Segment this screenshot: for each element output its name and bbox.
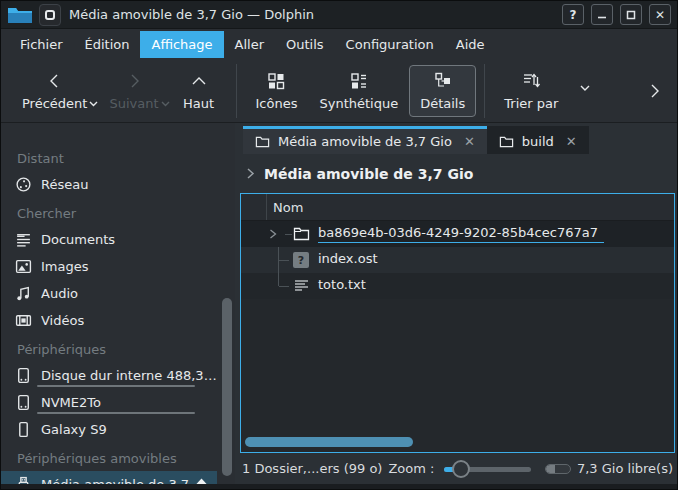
icons-view-label: Icônes bbox=[256, 96, 298, 111]
window-menu-button[interactable] bbox=[39, 4, 61, 26]
smartphone-icon bbox=[15, 421, 32, 438]
file-name[interactable]: index.ost bbox=[318, 251, 378, 266]
text-file-icon bbox=[293, 278, 310, 294]
tab-label: build bbox=[522, 134, 554, 149]
free-space-label: 7,3 Gio libre(s) bbox=[577, 461, 673, 476]
sidebar-item-label: Images bbox=[41, 259, 89, 274]
expander-chevron-icon[interactable] bbox=[268, 228, 278, 240]
menu-aide[interactable]: Aide bbox=[445, 31, 496, 58]
chevron-down-icon bbox=[161, 101, 170, 107]
eject-icon[interactable] bbox=[194, 477, 209, 484]
menu-edition[interactable]: Édition bbox=[74, 31, 141, 58]
toolbar-overflow-chevron-icon[interactable] bbox=[649, 82, 661, 100]
chevron-right-icon bbox=[124, 71, 144, 91]
maximize-button[interactable] bbox=[620, 4, 642, 25]
menu-configuration[interactable]: Configuration bbox=[335, 31, 445, 58]
column-header-nom[interactable]: Nom bbox=[267, 200, 303, 215]
menu-affichage[interactable]: Affichage bbox=[140, 31, 223, 58]
folder-icon bbox=[255, 135, 270, 148]
file-row[interactable]: toto.txt bbox=[241, 273, 674, 299]
sidebar-item-images[interactable]: Images bbox=[1, 253, 217, 280]
hard-drive-icon bbox=[15, 394, 32, 411]
up-label: Haut bbox=[183, 96, 214, 111]
tab-build[interactable]: build ✕ bbox=[487, 126, 589, 154]
sidebar-item-label: Vidéos bbox=[41, 313, 84, 328]
chevron-left-icon bbox=[45, 71, 65, 91]
status-bar: 1 Dossier,...ers (99 o) Zoom : 7,3 Gio l… bbox=[235, 453, 677, 484]
column-header-row: Nom bbox=[241, 194, 674, 221]
file-name[interactable]: ba869e4b-03d6-4249-9202-85b4cec767a7 bbox=[318, 225, 604, 243]
breadcrumb-location[interactable]: Média amovible de 3,7 Gio bbox=[264, 166, 473, 182]
sidebar-item-nvme2to[interactable]: NVME2To bbox=[1, 389, 217, 416]
details-view-button[interactable]: Détails bbox=[409, 65, 476, 117]
minimize-icon bbox=[597, 10, 607, 20]
content-area: Distant Réseau Chercher Documents bbox=[1, 123, 677, 484]
tab-bar: Média amovible de 3,7 Gio ✕ build ✕ bbox=[235, 123, 677, 154]
zoom-slider-handle[interactable] bbox=[452, 460, 470, 478]
places-section-distant: Distant bbox=[1, 147, 235, 171]
horizontal-scrollbar-thumb[interactable] bbox=[245, 437, 413, 447]
minimize-button[interactable] bbox=[591, 4, 613, 25]
sidebar-item-audio[interactable]: Audio bbox=[1, 280, 217, 307]
toolbar-separator bbox=[236, 64, 237, 118]
folder-icon bbox=[499, 135, 514, 148]
sidebar-item-label: Audio bbox=[41, 286, 78, 301]
titlebar: Média amovible de 3,7 Gio — Dolphin ? ✕ bbox=[1, 1, 677, 29]
sidebar-item-media-amovible[interactable]: Média amovible de 3,7 ... bbox=[1, 471, 217, 484]
capacity-bar bbox=[37, 385, 195, 387]
chevron-down-icon[interactable] bbox=[579, 84, 591, 92]
menu-fichier[interactable]: Fichier bbox=[9, 31, 74, 58]
forward-label: Suivant bbox=[109, 96, 158, 111]
window-menu-icon bbox=[45, 10, 55, 20]
unknown-file-icon: ? bbox=[293, 252, 309, 268]
tree-branch bbox=[278, 273, 279, 286]
tab-label: Média amovible de 3,7 Gio bbox=[278, 134, 452, 149]
back-label: Précédent bbox=[22, 96, 87, 111]
tree-branch bbox=[279, 260, 289, 261]
places-section-peripheriques: Périphériques bbox=[1, 338, 235, 362]
document-lines-icon bbox=[15, 231, 32, 248]
sidebar-item-videos[interactable]: Vidéos bbox=[1, 307, 217, 334]
menu-outils[interactable]: Outils bbox=[275, 31, 335, 58]
tab-close-icon[interactable]: ✕ bbox=[464, 134, 475, 149]
toolbar-separator bbox=[484, 64, 485, 118]
compact-view-button[interactable]: Synthétique bbox=[308, 65, 409, 117]
menubar: Fichier Édition Affichage Aller Outils C… bbox=[1, 29, 677, 59]
tab-close-icon[interactable]: ✕ bbox=[566, 134, 577, 149]
forward-button[interactable]: Suivant bbox=[98, 65, 169, 117]
file-view: Nom ba869e4b-03d6-4249-9202-85b4cec767a7 bbox=[240, 193, 675, 453]
zoom-slider[interactable] bbox=[444, 460, 531, 478]
menu-aller[interactable]: Aller bbox=[224, 31, 275, 58]
main-pane: Média amovible de 3,7 Gio ✕ build ✕ Médi… bbox=[235, 123, 677, 484]
sidebar-item-galaxy-s9[interactable]: Galaxy S9 bbox=[1, 416, 217, 443]
chevron-up-icon bbox=[189, 71, 209, 91]
sort-by-button[interactable]: Trier par bbox=[493, 65, 569, 117]
help-button[interactable]: ? bbox=[562, 4, 584, 25]
items-summary: 1 Dossier,...ers (99 o) bbox=[242, 461, 382, 476]
chevron-right-icon[interactable] bbox=[245, 167, 256, 180]
capacity-bar bbox=[37, 412, 195, 414]
sidebar-item-label: Média amovible de 3,7 ... bbox=[41, 477, 206, 484]
file-row[interactable]: ? index.ost bbox=[241, 247, 674, 273]
sidebar-item-label: Galaxy S9 bbox=[41, 422, 107, 437]
icons-view-button[interactable]: Icônes bbox=[245, 65, 309, 117]
sidebar-scrollbar-thumb[interactable] bbox=[222, 298, 232, 476]
compact-view-label: Synthétique bbox=[319, 96, 398, 111]
back-button[interactable]: Précédent bbox=[11, 65, 98, 117]
maximize-icon bbox=[626, 10, 636, 20]
sidebar-item-disque-dur-interne[interactable]: Disque dur interne 488,3 G... bbox=[1, 362, 217, 389]
dolphin-app-folder-icon bbox=[7, 5, 33, 25]
file-name[interactable]: toto.txt bbox=[318, 277, 366, 292]
tab-media-amovible[interactable]: Média amovible de 3,7 Gio ✕ bbox=[243, 126, 487, 154]
sidebar-item-reseau[interactable]: Réseau bbox=[1, 171, 217, 198]
compact-view-icon bbox=[349, 71, 369, 91]
music-note-icon bbox=[15, 285, 32, 302]
details-view-icon bbox=[433, 71, 453, 91]
up-button[interactable]: Haut bbox=[170, 65, 228, 117]
close-button[interactable]: ✕ bbox=[649, 4, 671, 25]
file-row[interactable]: ba869e4b-03d6-4249-9202-85b4cec767a7 bbox=[241, 221, 674, 247]
sidebar-item-documents[interactable]: Documents bbox=[1, 226, 217, 253]
tree-branch bbox=[278, 247, 279, 260]
window-bottom-edge bbox=[1, 484, 677, 489]
free-space-bar bbox=[545, 464, 571, 474]
